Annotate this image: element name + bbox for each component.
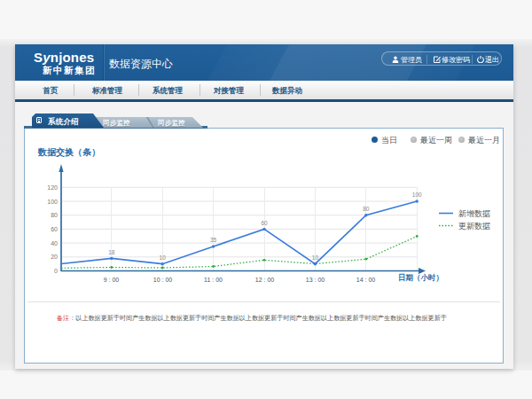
svg-text:35: 35: [210, 237, 217, 243]
svg-text:20: 20: [51, 254, 58, 260]
svg-text:120: 120: [47, 184, 58, 191]
svg-text:10: 10: [312, 254, 319, 261]
svg-text:80: 80: [51, 212, 58, 218]
svg-text:11 : 00: 11 : 00: [204, 277, 223, 283]
svg-text:100: 100: [412, 192, 422, 198]
svg-text:数据交换（条）: 数据交换（条）: [37, 147, 100, 157]
svg-text:9 : 00: 9 : 00: [104, 277, 120, 283]
svg-text:14 : 00: 14 : 00: [356, 277, 376, 283]
svg-text:10: 10: [160, 254, 167, 261]
svg-text:新增数据: 新增数据: [458, 209, 490, 218]
svg-text:18: 18: [108, 249, 115, 255]
svg-text:12 : 00: 12 : 00: [255, 277, 275, 283]
svg-text:60: 60: [51, 226, 58, 232]
svg-text:100: 100: [47, 199, 58, 205]
svg-text:日期（小时）: 日期（小时）: [398, 273, 443, 282]
svg-text:40: 40: [51, 240, 58, 246]
svg-text:60: 60: [261, 220, 268, 226]
svg-text:13 : 00: 13 : 00: [306, 277, 325, 283]
svg-text:更新数据: 更新数据: [458, 222, 490, 231]
svg-text:10 : 00: 10 : 00: [153, 277, 173, 283]
svg-text:80: 80: [363, 206, 370, 212]
svg-text:0: 0: [54, 268, 58, 274]
